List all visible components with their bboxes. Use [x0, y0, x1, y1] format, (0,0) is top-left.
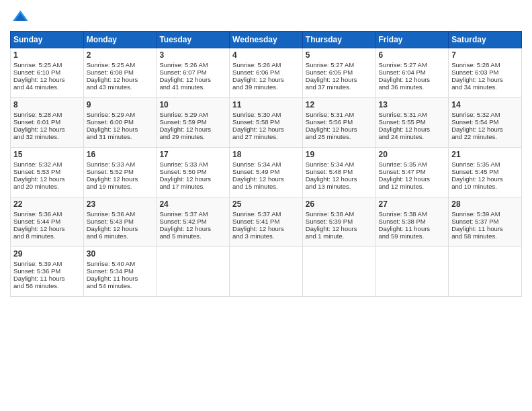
- day-info: and 17 minutes.: [159, 183, 226, 190]
- day-number: 14: [451, 100, 519, 109]
- calendar-cell: 22Sunrise: 5:36 AMSunset: 5:44 PMDayligh…: [11, 197, 84, 247]
- calendar-cell: 11Sunrise: 5:30 AMSunset: 5:58 PMDayligh…: [230, 98, 303, 148]
- day-number: 24: [159, 199, 226, 209]
- day-info: and 5 minutes.: [159, 232, 226, 240]
- calendar-cell: 28Sunrise: 5:39 AMSunset: 5:37 PMDayligh…: [449, 197, 522, 247]
- day-info: Sunrise: 5:25 AM: [87, 61, 154, 68]
- day-info: and 12 minutes.: [379, 183, 446, 190]
- calendar-cell: 20Sunrise: 5:35 AMSunset: 5:47 PMDayligh…: [375, 148, 449, 197]
- calendar-cell: 30Sunrise: 5:40 AMSunset: 5:34 PMDayligh…: [83, 247, 157, 297]
- calendar-cell: 24Sunrise: 5:37 AMSunset: 5:42 PMDayligh…: [157, 197, 230, 247]
- day-info: Daylight: 12 hours: [159, 225, 226, 232]
- day-info: Sunset: 5:48 PM: [306, 168, 373, 175]
- day-info: Sunset: 6:08 PM: [87, 68, 154, 76]
- day-info: Daylight: 12 hours: [379, 76, 446, 83]
- day-info: Sunset: 5:37 PM: [451, 218, 519, 225]
- calendar-cell: 9Sunrise: 5:29 AMSunset: 6:00 PMDaylight…: [83, 98, 157, 148]
- day-number: 20: [379, 150, 446, 159]
- calendar-cell: 3Sunrise: 5:26 AMSunset: 6:07 PMDaylight…: [157, 48, 230, 98]
- calendar-cell: 12Sunrise: 5:31 AMSunset: 5:56 PMDayligh…: [302, 98, 375, 148]
- day-info: and 34 minutes.: [451, 83, 519, 91]
- day-info: Sunset: 5:49 PM: [232, 168, 300, 175]
- day-info: and 13 minutes.: [306, 183, 373, 190]
- day-info: Sunrise: 5:40 AM: [87, 260, 154, 267]
- day-info: Sunset: 5:36 PM: [13, 267, 81, 275]
- day-number: 18: [232, 150, 300, 159]
- day-number: 28: [451, 199, 519, 209]
- day-info: Sunset: 5:59 PM: [159, 118, 226, 126]
- day-info: Sunset: 5:47 PM: [379, 168, 446, 175]
- day-info: Sunrise: 5:36 AM: [13, 210, 81, 218]
- day-info: Daylight: 12 hours: [87, 175, 154, 183]
- calendar-cell: 18Sunrise: 5:34 AMSunset: 5:49 PMDayligh…: [230, 148, 303, 197]
- calendar-week-3: 15Sunrise: 5:32 AMSunset: 5:53 PMDayligh…: [11, 148, 522, 197]
- calendar-cell: 6Sunrise: 5:27 AMSunset: 6:04 PMDaylight…: [375, 48, 449, 98]
- col-tuesday: Tuesday: [157, 32, 230, 48]
- day-info: Sunrise: 5:26 AM: [159, 61, 226, 68]
- calendar-cell: 1Sunrise: 5:25 AMSunset: 6:10 PMDaylight…: [11, 48, 84, 98]
- day-info: Daylight: 12 hours: [13, 175, 81, 183]
- day-info: and 29 minutes.: [159, 133, 226, 140]
- day-info: Sunrise: 5:29 AM: [159, 111, 226, 118]
- col-saturday: Saturday: [449, 32, 522, 48]
- day-info: Daylight: 12 hours: [13, 76, 81, 83]
- day-info: Sunrise: 5:34 AM: [232, 161, 300, 168]
- day-info: Sunrise: 5:33 AM: [87, 161, 154, 168]
- day-info: Daylight: 12 hours: [13, 225, 81, 232]
- col-thursday: Thursday: [302, 32, 375, 48]
- day-info: Daylight: 12 hours: [306, 225, 373, 232]
- day-info: and 54 minutes.: [87, 282, 154, 289]
- day-info: Sunset: 5:55 PM: [379, 118, 446, 126]
- day-info: Sunset: 6:01 PM: [13, 118, 81, 126]
- day-info: Daylight: 11 hours: [13, 275, 81, 282]
- day-number: 29: [13, 249, 81, 259]
- day-info: and 31 minutes.: [87, 133, 154, 140]
- day-number: 27: [379, 199, 446, 209]
- day-info: Sunrise: 5:38 AM: [379, 210, 446, 218]
- calendar-cell: [230, 247, 303, 297]
- calendar-cell: 10Sunrise: 5:29 AMSunset: 5:59 PMDayligh…: [157, 98, 230, 148]
- day-info: Sunrise: 5:38 AM: [306, 210, 373, 218]
- col-sunday: Sunday: [11, 32, 84, 48]
- day-info: Daylight: 12 hours: [306, 175, 373, 183]
- day-info: Daylight: 12 hours: [159, 175, 226, 183]
- day-info: Daylight: 12 hours: [232, 76, 300, 83]
- day-number: 11: [232, 100, 300, 109]
- day-info: and 59 minutes.: [379, 232, 446, 240]
- day-number: 23: [87, 199, 154, 209]
- day-info: and 10 minutes.: [451, 183, 519, 190]
- day-info: Sunrise: 5:27 AM: [306, 61, 373, 68]
- calendar-cell: 13Sunrise: 5:31 AMSunset: 5:55 PMDayligh…: [375, 98, 449, 148]
- calendar-cell: 25Sunrise: 5:37 AMSunset: 5:41 PMDayligh…: [230, 197, 303, 247]
- day-info: and 6 minutes.: [87, 232, 154, 240]
- calendar-week-1: 1Sunrise: 5:25 AMSunset: 6:10 PMDaylight…: [11, 48, 522, 98]
- col-monday: Monday: [83, 32, 157, 48]
- calendar-cell: [157, 247, 230, 297]
- day-info: Sunset: 5:58 PM: [232, 118, 300, 126]
- day-info: Sunrise: 5:30 AM: [232, 111, 300, 118]
- day-info: Daylight: 12 hours: [13, 126, 81, 133]
- day-info: Daylight: 12 hours: [379, 126, 446, 133]
- calendar-cell: 5Sunrise: 5:27 AMSunset: 6:05 PMDaylight…: [302, 48, 375, 98]
- day-info: and 24 minutes.: [379, 133, 446, 140]
- day-number: 4: [232, 50, 300, 60]
- day-info: and 20 minutes.: [13, 183, 81, 190]
- day-info: Sunrise: 5:32 AM: [13, 161, 81, 168]
- calendar-week-4: 22Sunrise: 5:36 AMSunset: 5:44 PMDayligh…: [11, 197, 522, 247]
- day-info: Sunset: 6:04 PM: [379, 68, 446, 76]
- calendar-cell: 16Sunrise: 5:33 AMSunset: 5:52 PMDayligh…: [83, 148, 157, 197]
- calendar-cell: 21Sunrise: 5:35 AMSunset: 5:45 PMDayligh…: [449, 148, 522, 197]
- calendar-cell: 7Sunrise: 5:28 AMSunset: 6:03 PMDaylight…: [449, 48, 522, 98]
- day-info: Sunset: 6:03 PM: [451, 68, 519, 76]
- day-number: 21: [451, 150, 519, 159]
- day-info: and 8 minutes.: [13, 232, 81, 240]
- day-info: Daylight: 11 hours: [87, 275, 154, 282]
- day-number: 9: [87, 100, 154, 109]
- day-info: Sunset: 6:06 PM: [232, 68, 300, 76]
- day-info: Sunset: 6:07 PM: [159, 68, 226, 76]
- calendar-cell: [375, 247, 449, 297]
- day-info: Sunrise: 5:25 AM: [13, 61, 81, 68]
- calendar-week-5: 29Sunrise: 5:39 AMSunset: 5:36 PMDayligh…: [11, 247, 522, 297]
- day-info: Daylight: 12 hours: [306, 126, 373, 133]
- day-info: and 36 minutes.: [379, 83, 446, 91]
